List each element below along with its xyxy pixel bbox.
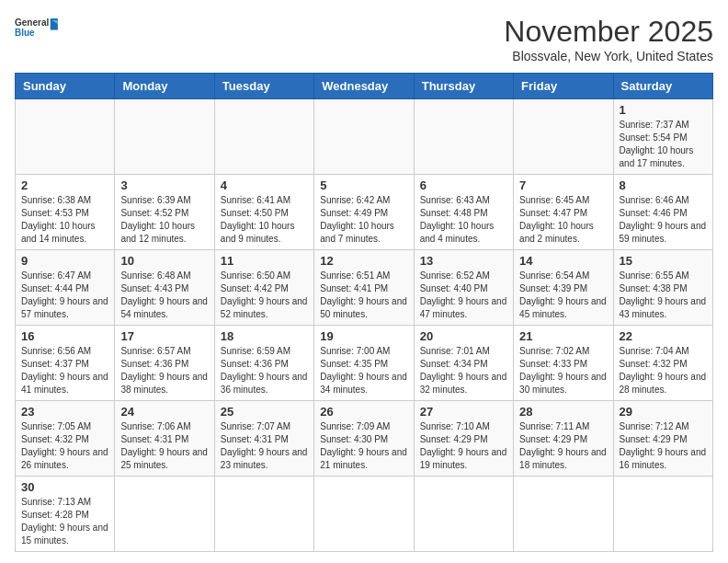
calendar-cell: 20Sunrise: 7:01 AM Sunset: 4:34 PM Dayli… [414, 326, 513, 401]
day-info: Sunrise: 6:55 AM Sunset: 4:38 PM Dayligh… [620, 270, 707, 321]
calendar-cell: 7Sunrise: 6:45 AM Sunset: 4:47 PM Daylig… [514, 175, 613, 250]
day-info: Sunrise: 6:43 AM Sunset: 4:48 PM Dayligh… [420, 194, 507, 246]
day-info: Sunrise: 6:46 AM Sunset: 4:46 PM Dayligh… [620, 194, 707, 246]
day-info: Sunrise: 6:45 AM Sunset: 4:47 PM Dayligh… [519, 194, 607, 246]
day-info: Sunrise: 6:56 AM Sunset: 4:37 PM Dayligh… [21, 345, 108, 396]
day-info: Sunrise: 7:11 AM Sunset: 4:29 PM Dayligh… [519, 420, 607, 472]
day-number: 22 [620, 329, 707, 343]
calendar-cell [514, 99, 613, 175]
logo: General Blue [15, 15, 61, 42]
day-header-friday: Friday [514, 74, 613, 99]
calendar-cell [16, 99, 115, 175]
calendar-week-6: 30Sunrise: 7:13 AM Sunset: 4:28 PM Dayli… [16, 477, 713, 552]
day-info: Sunrise: 7:10 AM Sunset: 4:29 PM Dayligh… [420, 420, 507, 472]
calendar-cell: 29Sunrise: 7:12 AM Sunset: 4:29 PM Dayli… [613, 401, 712, 477]
day-number: 23 [21, 405, 108, 419]
day-info: Sunrise: 6:38 AM Sunset: 4:53 PM Dayligh… [21, 194, 108, 246]
day-info: Sunrise: 6:59 AM Sunset: 4:36 PM Dayligh… [221, 345, 308, 396]
day-info: Sunrise: 6:47 AM Sunset: 4:44 PM Dayligh… [21, 270, 108, 321]
location-subtitle: Blossvale, New York, United States [504, 49, 713, 63]
calendar-cell: 4Sunrise: 6:41 AM Sunset: 4:50 PM Daylig… [214, 175, 313, 250]
day-header-wednesday: Wednesday [314, 74, 414, 99]
calendar-cell: 26Sunrise: 7:09 AM Sunset: 4:30 PM Dayli… [314, 401, 414, 477]
calendar-cell [414, 477, 513, 552]
day-number: 25 [221, 405, 308, 419]
calendar-cell [414, 99, 513, 175]
calendar-cell: 2Sunrise: 6:38 AM Sunset: 4:53 PM Daylig… [16, 175, 115, 250]
calendar-cell: 3Sunrise: 6:39 AM Sunset: 4:52 PM Daylig… [115, 175, 214, 250]
day-info: Sunrise: 6:50 AM Sunset: 4:42 PM Dayligh… [221, 270, 308, 321]
day-number: 1 [620, 103, 707, 117]
day-number: 13 [420, 254, 507, 268]
calendar-cell: 8Sunrise: 6:46 AM Sunset: 4:46 PM Daylig… [613, 175, 712, 250]
day-number: 20 [420, 329, 507, 343]
calendar-cell [314, 477, 414, 552]
day-info: Sunrise: 6:41 AM Sunset: 4:50 PM Dayligh… [221, 194, 308, 246]
calendar-cell: 12Sunrise: 6:51 AM Sunset: 4:41 PM Dayli… [314, 250, 414, 326]
calendar-week-3: 9Sunrise: 6:47 AM Sunset: 4:44 PM Daylig… [16, 250, 713, 326]
day-number: 27 [420, 405, 507, 419]
day-number: 18 [221, 329, 308, 343]
calendar-week-1: 1Sunrise: 7:37 AM Sunset: 5:54 PM Daylig… [16, 99, 713, 175]
calendar-week-5: 23Sunrise: 7:05 AM Sunset: 4:32 PM Dayli… [16, 401, 713, 477]
day-number: 11 [221, 254, 308, 268]
calendar-header-row: SundayMondayTuesdayWednesdayThursdayFrid… [16, 74, 713, 99]
day-info: Sunrise: 6:52 AM Sunset: 4:40 PM Dayligh… [420, 270, 507, 321]
day-header-thursday: Thursday [414, 74, 513, 99]
day-number: 12 [320, 254, 407, 268]
calendar-cell: 15Sunrise: 6:55 AM Sunset: 4:38 PM Dayli… [613, 250, 712, 326]
day-info: Sunrise: 7:13 AM Sunset: 4:28 PM Dayligh… [21, 496, 108, 547]
calendar-cell: 28Sunrise: 7:11 AM Sunset: 4:29 PM Dayli… [514, 401, 613, 477]
day-number: 10 [120, 254, 208, 268]
day-number: 9 [21, 254, 108, 268]
day-info: Sunrise: 7:02 AM Sunset: 4:33 PM Dayligh… [519, 345, 607, 396]
calendar-cell: 19Sunrise: 7:00 AM Sunset: 4:35 PM Dayli… [314, 326, 414, 401]
day-number: 14 [519, 254, 607, 268]
day-number: 4 [221, 178, 308, 192]
calendar-cell: 10Sunrise: 6:48 AM Sunset: 4:43 PM Dayli… [115, 250, 214, 326]
day-number: 28 [519, 405, 607, 419]
calendar-week-2: 2Sunrise: 6:38 AM Sunset: 4:53 PM Daylig… [16, 175, 713, 250]
calendar-cell [115, 99, 214, 175]
calendar-cell [514, 477, 613, 552]
day-info: Sunrise: 6:39 AM Sunset: 4:52 PM Dayligh… [120, 194, 208, 246]
day-number: 24 [120, 405, 208, 419]
day-info: Sunrise: 6:42 AM Sunset: 4:49 PM Dayligh… [320, 194, 407, 246]
day-header-tuesday: Tuesday [214, 74, 313, 99]
day-number: 7 [519, 178, 607, 192]
svg-text:General: General [15, 17, 49, 28]
day-number: 29 [620, 405, 707, 419]
day-number: 30 [21, 480, 108, 494]
calendar-cell: 25Sunrise: 7:07 AM Sunset: 4:31 PM Dayli… [214, 401, 313, 477]
day-number: 3 [120, 178, 208, 192]
day-info: Sunrise: 7:04 AM Sunset: 4:32 PM Dayligh… [620, 345, 707, 396]
calendar-cell: 18Sunrise: 6:59 AM Sunset: 4:36 PM Dayli… [214, 326, 313, 401]
day-info: Sunrise: 7:09 AM Sunset: 4:30 PM Dayligh… [320, 420, 407, 472]
calendar-cell: 22Sunrise: 7:04 AM Sunset: 4:32 PM Dayli… [613, 326, 712, 401]
day-info: Sunrise: 7:12 AM Sunset: 4:29 PM Dayligh… [620, 420, 707, 472]
month-title: November 2025 [504, 15, 713, 49]
title-section: November 2025 Blossvale, New York, Unite… [504, 15, 713, 63]
calendar-cell [613, 477, 712, 552]
calendar-cell: 9Sunrise: 6:47 AM Sunset: 4:44 PM Daylig… [16, 250, 115, 326]
day-number: 6 [420, 178, 507, 192]
calendar-cell: 1Sunrise: 7:37 AM Sunset: 5:54 PM Daylig… [613, 99, 712, 175]
day-number: 19 [320, 329, 407, 343]
day-header-sunday: Sunday [16, 74, 115, 99]
day-number: 15 [620, 254, 707, 268]
day-number: 5 [320, 178, 407, 192]
calendar-cell: 16Sunrise: 6:56 AM Sunset: 4:37 PM Dayli… [16, 326, 115, 401]
calendar-cell: 13Sunrise: 6:52 AM Sunset: 4:40 PM Dayli… [414, 250, 513, 326]
day-info: Sunrise: 7:05 AM Sunset: 4:32 PM Dayligh… [21, 420, 108, 472]
calendar-cell [214, 477, 313, 552]
calendar-table: SundayMondayTuesdayWednesdayThursdayFrid… [15, 73, 713, 552]
day-info: Sunrise: 6:54 AM Sunset: 4:39 PM Dayligh… [519, 270, 607, 321]
calendar-cell: 17Sunrise: 6:57 AM Sunset: 4:36 PM Dayli… [115, 326, 214, 401]
day-number: 8 [620, 178, 707, 192]
day-info: Sunrise: 7:00 AM Sunset: 4:35 PM Dayligh… [320, 345, 407, 396]
day-number: 2 [21, 178, 108, 192]
calendar-cell: 11Sunrise: 6:50 AM Sunset: 4:42 PM Dayli… [214, 250, 313, 326]
day-header-saturday: Saturday [613, 74, 712, 99]
day-number: 21 [519, 329, 607, 343]
calendar-cell: 27Sunrise: 7:10 AM Sunset: 4:29 PM Dayli… [414, 401, 513, 477]
